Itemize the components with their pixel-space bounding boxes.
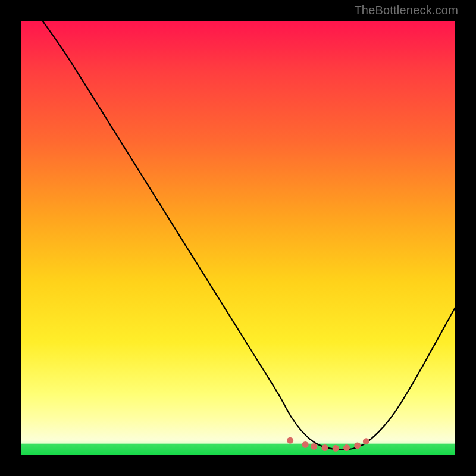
watermark-text: TheBottleneck.com: [354, 4, 458, 17]
optimal-range-dots: [287, 437, 369, 452]
optimal-dot: [363, 438, 369, 444]
optimal-dot: [287, 437, 293, 444]
bottleneck-curve: [43, 21, 456, 450]
curve-layer: [21, 21, 455, 455]
optimal-dot: [311, 443, 317, 450]
optimal-dot: [343, 444, 350, 451]
chart-frame: TheBottleneck.com: [0, 0, 476, 476]
optimal-dot: [354, 442, 361, 449]
optimal-dot: [333, 445, 339, 452]
optimal-dot: [322, 444, 328, 451]
optimal-dot: [302, 441, 309, 448]
plot-area: [21, 21, 455, 455]
